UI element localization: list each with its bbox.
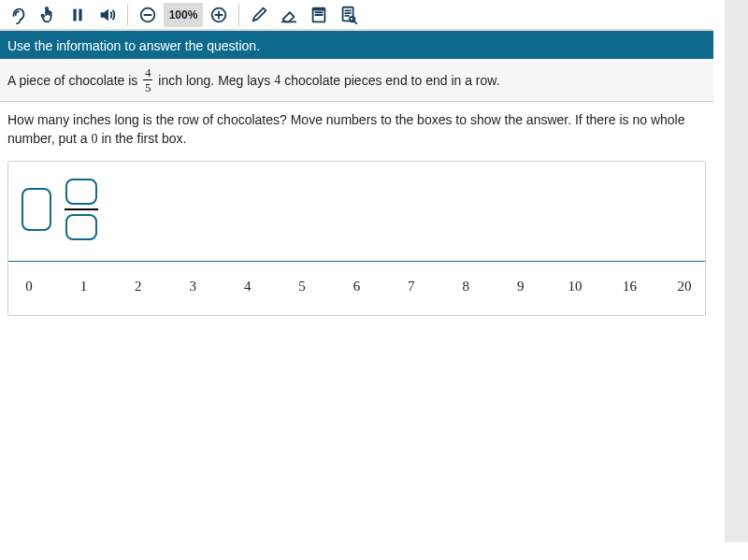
- number-chip[interactable]: 2: [129, 279, 148, 294]
- toolbar-divider: [127, 4, 128, 26]
- toolbar-divider: [238, 4, 239, 26]
- ear-icon: [7, 5, 28, 25]
- number-chip[interactable]: 20: [675, 279, 694, 294]
- fraction-denominator: 5: [145, 81, 151, 93]
- zoom-out-icon: [137, 5, 158, 25]
- number-chip[interactable]: 9: [511, 279, 530, 294]
- number-chip[interactable]: 7: [402, 279, 421, 294]
- document-search-icon: [338, 5, 359, 25]
- volume-button[interactable]: [94, 1, 122, 29]
- toolbar: 100%: [0, 0, 713, 31]
- instruction-banner: Use the information to answer the questi…: [0, 33, 713, 59]
- question-part2: in the first box.: [101, 131, 186, 146]
- number-chip[interactable]: 16: [620, 279, 639, 294]
- fraction: 4 5: [143, 66, 152, 93]
- zoom-level: 100%: [164, 3, 203, 27]
- zoom-in-button[interactable]: [205, 1, 233, 29]
- problem-count: 4: [274, 73, 280, 88]
- highlighter-button[interactable]: [245, 1, 273, 29]
- svg-rect-0: [73, 8, 76, 21]
- pause-icon: [67, 5, 88, 25]
- problem-part2: inch long. Meg lays: [158, 73, 270, 88]
- number-chip[interactable]: 4: [238, 279, 257, 294]
- problem-part3: chocolate pieces end to end in a row.: [284, 73, 499, 88]
- number-chip[interactable]: 10: [566, 279, 584, 294]
- question-zero: 0: [92, 132, 98, 146]
- listen-button[interactable]: [4, 1, 32, 29]
- scrollbar-track[interactable]: [725, 0, 748, 542]
- number-chip[interactable]: 1: [74, 279, 93, 294]
- pause-button[interactable]: [64, 1, 92, 29]
- fraction-numerator: 4: [145, 66, 151, 79]
- zoom-in-icon: [209, 5, 229, 25]
- number-chip[interactable]: 0: [20, 279, 38, 294]
- numerator-box[interactable]: [65, 179, 97, 205]
- number-chip[interactable]: 3: [183, 279, 202, 294]
- pointer-button[interactable]: [34, 1, 62, 29]
- hand-icon: [37, 5, 58, 25]
- zoom-out-button[interactable]: [134, 1, 162, 29]
- pen-icon: [249, 5, 269, 25]
- question-text: How many inches long is the row of choco…: [0, 102, 713, 155]
- number-chip[interactable]: 6: [347, 279, 366, 294]
- number-bank: 0 1 2 3 4 5 6 7 8 9 10 16 20: [8, 262, 705, 315]
- svg-rect-1: [79, 8, 81, 21]
- number-chip[interactable]: 5: [293, 279, 311, 294]
- answer-dropzone-row: [8, 162, 705, 261]
- svg-rect-11: [313, 7, 325, 10]
- eraser-button[interactable]: [275, 1, 303, 29]
- eraser-icon: [279, 5, 299, 25]
- notepad-button[interactable]: [305, 1, 333, 29]
- answer-area: 0 1 2 3 4 5 6 7 8 9 10 16 20: [7, 161, 706, 316]
- svg-line-17: [354, 21, 357, 23]
- fraction-boxes: [65, 179, 98, 240]
- speaker-icon: [97, 5, 118, 25]
- problem-part1: A piece of chocolate is: [7, 73, 137, 88]
- reference-button[interactable]: [335, 1, 363, 29]
- fraction-line: [65, 208, 98, 210]
- zoom-controls: 100%: [134, 1, 233, 29]
- whole-number-box[interactable]: [22, 188, 51, 231]
- notepad-icon: [309, 5, 329, 25]
- denominator-box[interactable]: [65, 214, 97, 240]
- problem-text: A piece of chocolate is 4 5 inch long. M…: [0, 59, 713, 102]
- number-chip[interactable]: 8: [456, 279, 475, 294]
